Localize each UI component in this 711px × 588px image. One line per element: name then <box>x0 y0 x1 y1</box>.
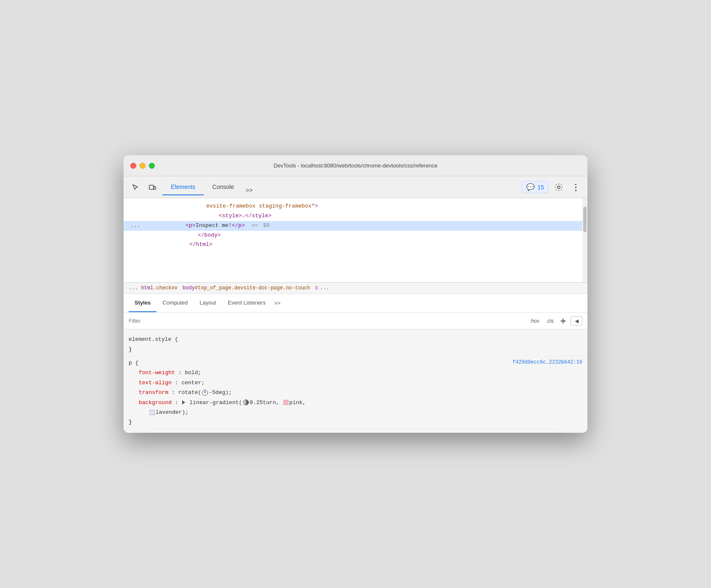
elements-line-selected[interactable]: ... <p>Inspect me!</p> == $0 <box>124 221 587 231</box>
text-align-prop: text-align : center; <box>139 378 582 388</box>
css-rule-props: font-weight : bold; text-align : center;… <box>129 368 582 417</box>
element-style-rule: element.style { } <box>124 333 587 356</box>
tab-elements[interactable]: Elements <box>162 179 204 195</box>
titlebar: DevTools - localhost:8080/web/tools/chro… <box>124 155 587 176</box>
p-rule-close: } <box>129 417 582 427</box>
elements-line-2: <style>…</style> <box>124 211 587 221</box>
maximize-button[interactable] <box>149 163 155 169</box>
lavender-swatch[interactable] <box>150 410 155 415</box>
inspect-element-icon[interactable] <box>129 181 142 194</box>
tab-event-listeners[interactable]: Event Listeners <box>222 294 272 312</box>
elements-line-1: evsite-framebox staging-framebox"> <box>124 202 587 211</box>
badge-count: 15 <box>537 184 544 191</box>
element-style-selector: element.style { <box>129 334 582 344</box>
scrollbar-thumb[interactable] <box>583 207 587 232</box>
main-content: evsite-framebox staging-framebox"> <styl… <box>124 198 587 433</box>
tab-console[interactable]: Console <box>204 179 242 195</box>
breadcrumb-body[interactable]: body#top_of_page.devsite-doc-page.no-tou… <box>183 285 310 291</box>
tab-more-subtabs[interactable]: >> <box>272 294 283 312</box>
main-toolbar: Elements Console >> 💬 15 ⋮ <box>124 176 587 198</box>
breadcrumb-c[interactable]: c <box>315 285 318 291</box>
p-selector: p { <box>129 360 138 366</box>
svg-point-2 <box>557 186 560 189</box>
css-rules-panel: element.style { } p { f429d9ecc6c…2232b6… <box>124 329 587 433</box>
add-style-button[interactable] <box>559 317 567 325</box>
p-rule: p { f429d9ecc6c…2232b642:16 font-weight … <box>124 356 587 429</box>
more-options-icon[interactable]: ⋮ <box>569 181 582 194</box>
window-title: DevTools - localhost:8080/web/tools/chro… <box>274 162 438 169</box>
toolbar-right: 💬 15 ⋮ <box>522 181 582 194</box>
breadcrumb-dots[interactable]: ... <box>129 285 138 291</box>
elements-panel: evsite-framebox staging-framebox"> <styl… <box>124 198 587 283</box>
elements-line-body: </body> <box>124 231 587 240</box>
css-source-link[interactable]: f429d9ecc6c…2232b642:16 <box>512 358 582 367</box>
gradient-preview-icon[interactable] <box>243 399 249 405</box>
background-cont: lavender); <box>139 407 582 417</box>
element-style-close: } <box>129 345 582 354</box>
hov-button[interactable]: :hov <box>528 317 541 325</box>
filter-bar: :hov .cls ◀ <box>124 313 587 329</box>
pink-swatch[interactable] <box>283 400 288 405</box>
expand-gradient-arrow[interactable] <box>182 400 185 405</box>
svg-rect-1 <box>154 186 156 189</box>
subtabs: Styles Computed Layout Event Listeners >… <box>124 294 587 313</box>
cls-button[interactable]: .cls <box>544 317 555 325</box>
tab-layout[interactable]: Layout <box>194 294 222 312</box>
close-button[interactable] <box>130 163 136 169</box>
tab-styles[interactable]: Styles <box>129 294 156 312</box>
minimize-button[interactable] <box>140 163 145 169</box>
svg-marker-5 <box>564 320 566 322</box>
chat-icon: 💬 <box>526 183 535 191</box>
breadcrumb-html[interactable]: html.checkov <box>141 285 178 291</box>
notification-badge[interactable]: 💬 15 <box>522 181 549 193</box>
settings-icon[interactable] <box>552 181 566 194</box>
angle-icon[interactable] <box>202 390 208 396</box>
traffic-lights <box>130 163 155 169</box>
transform-prop: transform : rotate(-5deg); <box>139 388 582 397</box>
devtools-window: DevTools - localhost:8080/web/tools/chro… <box>124 155 587 433</box>
background-prop: background : linear-gradient(0.25turn, p… <box>139 398 582 407</box>
vertical-scrollbar[interactable] <box>582 198 587 282</box>
toggle-sidebar-button[interactable]: ◀ <box>571 316 582 326</box>
device-toolbar-icon[interactable] <box>145 181 159 194</box>
breadcrumb-bar: ... html.checkov body#top_of_page.devsit… <box>124 283 587 294</box>
svg-rect-0 <box>149 185 154 189</box>
tab-computed[interactable]: Computed <box>156 294 194 312</box>
font-weight-prop: font-weight : bold; <box>139 368 582 378</box>
filter-input[interactable] <box>129 318 525 324</box>
elements-line-html: </html> <box>124 240 587 250</box>
p-rule-header: p { f429d9ecc6c…2232b642:16 <box>129 358 582 368</box>
tab-more[interactable]: >> <box>242 185 256 195</box>
breadcrumb-more[interactable]: ... <box>320 285 329 291</box>
main-tabs: Elements Console >> <box>162 179 256 195</box>
